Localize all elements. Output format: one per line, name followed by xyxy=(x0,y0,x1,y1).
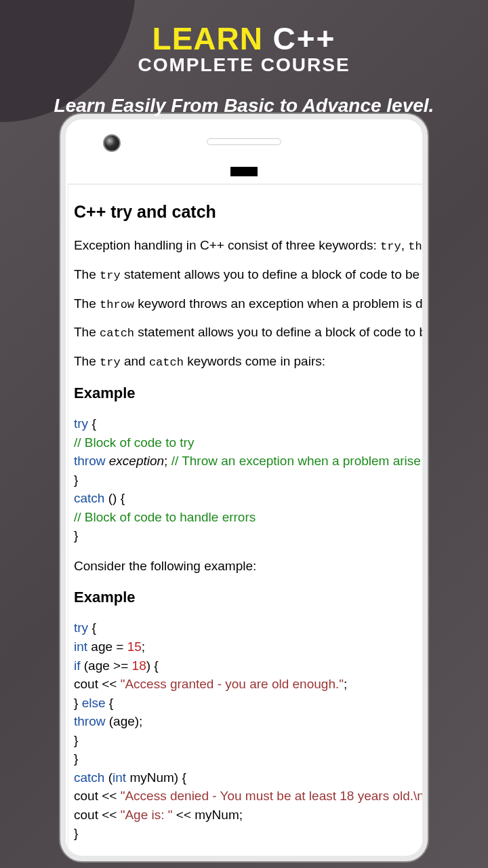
example-heading: Example xyxy=(74,384,425,402)
paragraph: The throw keyword throws an exception wh… xyxy=(74,295,425,313)
paragraph: The try statement allows you to define a… xyxy=(74,266,425,284)
code-inline: throw xyxy=(100,298,134,311)
paragraph: The try and catch keywords come in pairs… xyxy=(74,353,425,371)
phone-frame: C++ try and catch Exception handling in … xyxy=(60,114,428,861)
subtitle: COMPLETE COURSE xyxy=(0,54,488,76)
code-inline: catch xyxy=(100,327,134,340)
code-inline: try xyxy=(380,240,401,253)
tagline: Learn Easily From Basic to Advance level… xyxy=(0,95,488,117)
code-block: try { // Block of code to try throw exce… xyxy=(74,414,425,545)
code-block: try { int age = 15; if (age >= 18) { cou… xyxy=(74,618,425,843)
code-inline: catch xyxy=(149,356,184,369)
code-inline: try xyxy=(100,356,121,369)
code-inline: try xyxy=(100,269,121,282)
camera-icon xyxy=(103,134,121,152)
code-inline: throw xyxy=(408,240,425,253)
paragraph: The catch statement allows you to define… xyxy=(74,323,425,342)
section-title: C++ try and catch xyxy=(74,202,425,222)
paragraph: Consider the following example: xyxy=(74,557,425,576)
example-heading: Example xyxy=(74,589,425,606)
speaker-slot xyxy=(207,138,281,145)
title-cpp: C++ xyxy=(272,21,336,56)
paragraph: Exception handling in C++ consist of thr… xyxy=(74,237,425,255)
notch xyxy=(230,167,258,176)
title-learn: LEARN xyxy=(152,21,263,56)
promo-header: LEARN C++ COMPLETE COURSE Learn Easily F… xyxy=(0,0,488,117)
lesson-content[interactable]: C++ try and catch Exception handling in … xyxy=(68,184,428,849)
